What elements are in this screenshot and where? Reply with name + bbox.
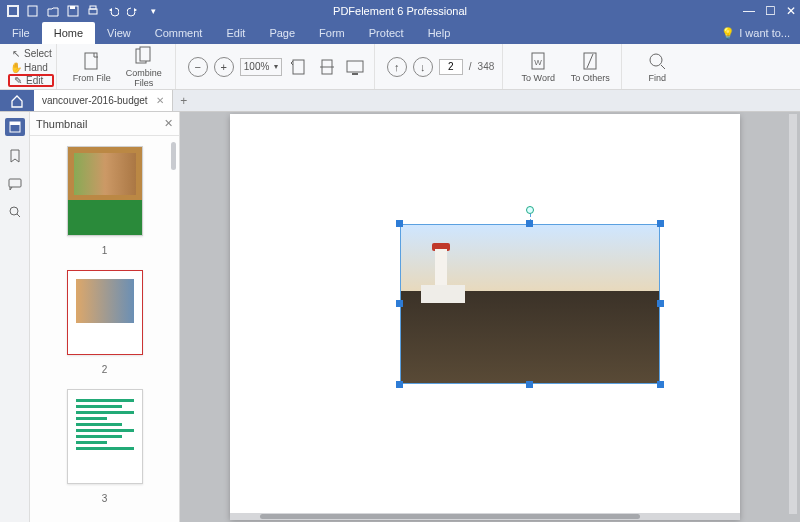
combine-label: Combine Files [126,68,162,88]
menu-edit[interactable]: Edit [214,22,257,44]
close-tab-icon[interactable]: ✕ [156,95,164,106]
thumbnail-panel: Thumbnail ✕ 1 2 3 [30,112,180,522]
menu-form[interactable]: Form [307,22,357,44]
thumbnails-rail-icon[interactable] [5,118,25,136]
save-icon[interactable] [66,4,80,18]
svg-rect-9 [140,47,150,61]
comments-rail-icon[interactable] [7,176,23,192]
fit-page-button[interactable] [288,56,310,78]
svg-rect-7 [85,53,97,69]
edit-label: Edit [26,75,43,86]
horizontal-scrollbar[interactable] [230,513,740,520]
ribbon: ↖Select ✋Hand ✎Edit From File Combine Fi… [0,44,800,90]
search-rail-icon[interactable] [7,204,23,220]
to-word-icon: W [528,51,548,71]
resize-handle-br[interactable] [657,381,664,388]
lighthouse-graphic [421,243,461,303]
image-content [400,224,660,384]
bulb-icon: 💡 [721,27,735,40]
edit-mode[interactable]: ✎Edit [8,74,54,87]
ribbon-convert-group: W To Word To Others [507,44,622,89]
svg-point-17 [650,54,662,66]
menu-page[interactable]: Page [257,22,307,44]
pencil-icon: ✎ [12,75,23,86]
menu-bar: File Home View Comment Edit Page Form Pr… [0,22,800,44]
scrollbar-thumb[interactable] [171,142,176,170]
open-icon[interactable] [46,4,60,18]
doc-tab[interactable]: vancouver-2016-budget ✕ [34,90,173,111]
to-word-button[interactable]: W To Word [515,44,561,89]
selected-image[interactable] [400,224,660,384]
fit-screen-button[interactable] [344,56,366,78]
menu-comment[interactable]: Comment [143,22,215,44]
menu-help[interactable]: Help [416,22,463,44]
svg-rect-19 [10,122,20,125]
zoom-out-button[interactable]: − [188,57,208,77]
search-icon [647,51,667,71]
hand-icon: ✋ [10,62,21,73]
maximize-button[interactable]: ☐ [765,4,776,18]
qat-dropdown-icon[interactable]: ▾ [146,4,160,18]
zoom-level[interactable]: 100%▾ [240,58,282,76]
resize-handle-l[interactable] [396,300,403,307]
to-word-label: To Word [522,73,555,83]
ribbon-find-group: Find [626,44,688,89]
menu-view[interactable]: View [95,22,143,44]
resize-handle-tl[interactable] [396,220,403,227]
canvas[interactable] [180,112,800,522]
add-tab-button[interactable]: + [173,90,195,111]
thumbnail-panel-title: Thumbnail [36,118,87,130]
ribbon-create-group: From File Combine Files [61,44,176,89]
cursor-icon: ↖ [10,48,21,59]
select-label: Select [24,48,52,59]
svg-rect-6 [90,6,96,9]
menu-file[interactable]: File [0,22,42,44]
from-file-label: From File [73,73,111,83]
select-mode[interactable]: ↖Select [10,47,52,60]
combine-files-button[interactable]: Combine Files [121,44,167,89]
resize-handle-tr[interactable] [657,220,664,227]
thumbnail-page-1[interactable] [67,146,143,236]
thumbnail-list[interactable]: 1 2 3 [30,136,179,522]
page-number-input[interactable] [439,59,463,75]
new-icon[interactable] [26,4,40,18]
fit-width-button[interactable] [316,56,338,78]
minimize-button[interactable]: — [743,4,755,18]
resize-handle-t[interactable] [526,220,533,227]
resize-handle-r[interactable] [657,300,664,307]
combine-icon [134,46,154,66]
to-others-button[interactable]: To Others [567,44,613,89]
title-bar: ▾ PDFelement 6 Professional — ☐ ✕ [0,0,800,22]
bookmarks-rail-icon[interactable] [7,148,23,164]
from-file-button[interactable]: From File [69,44,115,89]
page-view[interactable] [230,114,740,519]
menu-protect[interactable]: Protect [357,22,416,44]
zoom-value: 100% [244,61,270,72]
prev-page-button[interactable]: ↑ [387,57,407,77]
home-tab[interactable] [0,90,34,111]
redo-icon[interactable] [126,4,140,18]
undo-icon[interactable] [106,4,120,18]
vertical-scrollbar[interactable] [789,114,797,514]
close-button[interactable]: ✕ [786,4,796,18]
hand-label: Hand [24,62,48,73]
thumbnail-page-2[interactable] [67,270,143,355]
zoom-in-button[interactable]: + [214,57,234,77]
hand-mode[interactable]: ✋Hand [10,61,52,74]
svg-rect-1 [9,7,17,15]
next-page-button[interactable]: ↓ [413,57,433,77]
close-panel-icon[interactable]: ✕ [164,117,173,130]
rotate-handle[interactable] [526,206,534,214]
print-icon[interactable] [86,4,100,18]
find-button[interactable]: Find [634,51,680,83]
resize-handle-bl[interactable] [396,381,403,388]
svg-rect-10 [293,60,304,74]
h-scroll-thumb[interactable] [260,514,640,519]
menu-home[interactable]: Home [42,22,95,44]
thumbnail-page-3[interactable] [67,389,143,484]
i-want-to[interactable]: 💡 I want to... [711,27,800,40]
svg-rect-12 [347,61,363,72]
resize-handle-b[interactable] [526,381,533,388]
page-sep: / [469,61,472,72]
ribbon-zoom-group: − + 100%▾ [180,44,375,89]
